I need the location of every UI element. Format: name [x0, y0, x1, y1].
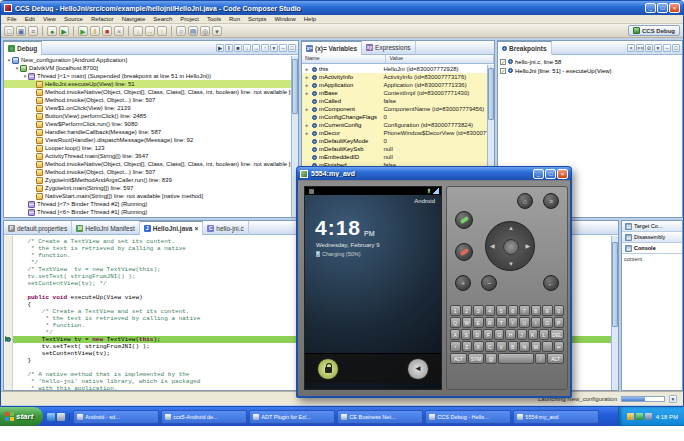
- emulator-maximize-button[interactable]: □: [545, 169, 556, 179]
- debug-tree-row[interactable]: Method.invokeNative(Object, Object[], Cl…: [4, 160, 291, 168]
- debug-tree-row[interactable]: Method.invoke(Object, Object...) line: 5…: [4, 168, 291, 176]
- taskbar-item[interactable]: ccs5-Android de...: [161, 410, 247, 424]
- debug-tree-row[interactable]: ZygoteInit$MethodAndArgsCaller.run() lin…: [4, 176, 291, 184]
- key-7[interactable]: 7: [519, 305, 530, 316]
- key-alt[interactable]: ALT: [547, 353, 564, 364]
- variable-row[interactable]: ▸mDecorPhoneWindow$DecorView (id=8300077…: [302, 129, 487, 137]
- dpad[interactable]: ▲ ▼ ◀ ▶: [485, 221, 535, 271]
- tab-targetco[interactable]: ▤Target Co...: [622, 221, 682, 232]
- bp-minimize-icon[interactable]: ‒: [663, 44, 671, 52]
- menu-item-edit[interactable]: Edit: [21, 16, 39, 22]
- key-v[interactable]: V: [496, 341, 507, 352]
- sound-toggle-handle[interactable]: ◄: [407, 358, 429, 380]
- tab-xvariables[interactable]: x=(x)= Variables: [302, 41, 362, 55]
- breakpoint-checkbox[interactable]: ✓: [500, 59, 506, 65]
- menu-item-run[interactable]: Run: [225, 16, 244, 22]
- search-icon[interactable]: ◎: [200, 26, 210, 36]
- debug-tree-row[interactable]: Method.invokeNative(Object, Object[], Cl…: [4, 88, 291, 96]
- bp-skip-all-icon[interactable]: ⊘: [645, 44, 653, 52]
- editor-gutter[interactable]: [4, 236, 13, 390]
- key-b[interactable]: B: [508, 341, 519, 352]
- key-f[interactable]: F: [483, 329, 493, 340]
- tab-close-icon[interactable]: ×: [194, 225, 198, 232]
- variable-row[interactable]: mCalledfalse: [302, 97, 487, 105]
- menu-item-scripts[interactable]: Scripts: [244, 16, 270, 22]
- editor-tab-hello-jni-c[interactable]: Chello-jni.c: [203, 221, 248, 235]
- menu-item-view[interactable]: View: [39, 16, 60, 22]
- key-g[interactable]: G: [494, 329, 504, 340]
- debug-step-over-icon[interactable]: →: [252, 44, 260, 52]
- end-call-button[interactable]: [455, 243, 473, 261]
- editor-scrollbar[interactable]: [611, 236, 618, 390]
- bp-maximize-icon[interactable]: □: [672, 44, 680, 52]
- debug-terminate-icon[interactable]: ■: [234, 44, 242, 52]
- variable-row[interactable]: ▸mApplicationApplication (id=83000777133…: [302, 81, 487, 89]
- back-button[interactable]: ←: [543, 275, 559, 291]
- variable-row[interactable]: mDefaultKeySsbnull: [302, 145, 487, 153]
- tray-volume-icon[interactable]: [645, 413, 652, 420]
- key-m[interactable]: M: [531, 341, 542, 352]
- key-t[interactable]: T: [496, 317, 507, 328]
- tab-disassembly[interactable]: ▤Disassembly: [622, 232, 682, 243]
- debug-tree-row[interactable]: Method.invoke(Object, Object...) line: 5…: [4, 96, 291, 104]
- tab-debug[interactable]: ☼ Debug: [4, 41, 42, 55]
- key-shift[interactable]: ↑: [450, 341, 461, 352]
- debug-tree-row[interactable]: ZygoteInit.main(String[]) line: 597: [4, 184, 291, 192]
- menu-item-source[interactable]: Source: [60, 16, 87, 22]
- key-alt[interactable]: ALT: [450, 353, 467, 364]
- variable-row[interactable]: ▸mActivityInfoActivityInfo (id=830007773…: [302, 73, 487, 81]
- debug-icon[interactable]: ●: [47, 26, 57, 36]
- key-j[interactable]: J: [517, 329, 527, 340]
- tray-network-icon[interactable]: [636, 413, 643, 420]
- key-enter[interactable]: ↵: [554, 341, 565, 352]
- debug-tree-row[interactable]: HelloJni.executeUp(View) line: 51: [4, 80, 291, 88]
- home-button[interactable]: ⌂: [517, 193, 533, 209]
- minimize-button[interactable]: _: [645, 3, 656, 13]
- debug-tree-row[interactable]: Thread [<7> Binder Thread #2] (Running): [4, 200, 291, 208]
- debug-tree-row[interactable]: ActivityThread.main(String[]) line: 3647: [4, 152, 291, 160]
- breakpoint-row[interactable]: ✓HelloJni [line: 51] - executeUp(View): [498, 66, 682, 75]
- key-d[interactable]: D: [472, 329, 482, 340]
- taskbar-item[interactable]: CCS Debug - Hello...: [425, 410, 511, 424]
- key-e[interactable]: E: [473, 317, 484, 328]
- key-5[interactable]: 5: [496, 305, 507, 316]
- emulator-minimize-button[interactable]: _: [533, 169, 544, 179]
- print-icon[interactable]: ≡: [28, 26, 38, 36]
- tab-expressions[interactable]: xyExpressions: [362, 41, 415, 55]
- key-n[interactable]: N: [519, 341, 530, 352]
- emulator-close-button[interactable]: ×: [557, 169, 568, 179]
- key-l[interactable]: L: [539, 329, 549, 340]
- expander-icon[interactable]: ▸: [304, 90, 310, 96]
- step-return-icon[interactable]: ↑: [157, 26, 167, 36]
- key-slash[interactable]: /: [535, 353, 547, 364]
- key-s[interactable]: S: [461, 329, 471, 340]
- taskbar-item[interactable]: Android - sd...: [73, 410, 159, 424]
- debug-tree-row[interactable]: View$1.onClick(View) line: 2139: [4, 104, 291, 112]
- key-y[interactable]: Y: [508, 317, 519, 328]
- menu-item-project[interactable]: Project: [176, 16, 203, 22]
- expander-icon[interactable]: ▸: [304, 74, 310, 80]
- menu-item-window[interactable]: Window: [270, 16, 299, 22]
- tray-shield-icon[interactable]: [627, 413, 634, 420]
- tab-breakpoints[interactable]: Breakpoints: [498, 41, 552, 55]
- key-a[interactable]: A: [450, 329, 460, 340]
- expander-icon[interactable]: ▸: [304, 66, 310, 72]
- key-del[interactable]: DEL: [550, 329, 564, 340]
- menu-item-navigate[interactable]: Navigate: [118, 16, 150, 22]
- taskbar-item[interactable]: CE Business Net...: [337, 410, 423, 424]
- breakpoint-row[interactable]: ✓hello-jni.c, line 58: [498, 57, 682, 66]
- key-9[interactable]: 9: [542, 305, 553, 316]
- column-header-name[interactable]: Name: [302, 55, 386, 63]
- debug-tree-row[interactable]: Button(View).performClick() line: 2485: [4, 112, 291, 120]
- debug-tree-row[interactable]: ViewRoot(Handler).dispatchMessage(Messag…: [4, 136, 291, 144]
- external-tools-icon[interactable]: ▾: [212, 26, 222, 36]
- tray-clock[interactable]: 4:18 PM: [656, 414, 678, 420]
- debug-tree-row[interactable]: Handler.handleCallback(Message) line: 58…: [4, 128, 291, 136]
- phone-screen[interactable]: Android 4:18 PM Wednesday, February 9 Ch…: [304, 186, 442, 390]
- close-button[interactable]: ×: [669, 3, 680, 13]
- expander-icon[interactable]: ▸: [304, 122, 310, 128]
- key-o[interactable]: O: [542, 317, 553, 328]
- debug-suspend-icon[interactable]: ‖: [225, 44, 233, 52]
- debug-tree-row[interactable]: ▾New_configuration [Android Application]: [4, 56, 291, 64]
- key-sym[interactable]: SYM: [468, 353, 485, 364]
